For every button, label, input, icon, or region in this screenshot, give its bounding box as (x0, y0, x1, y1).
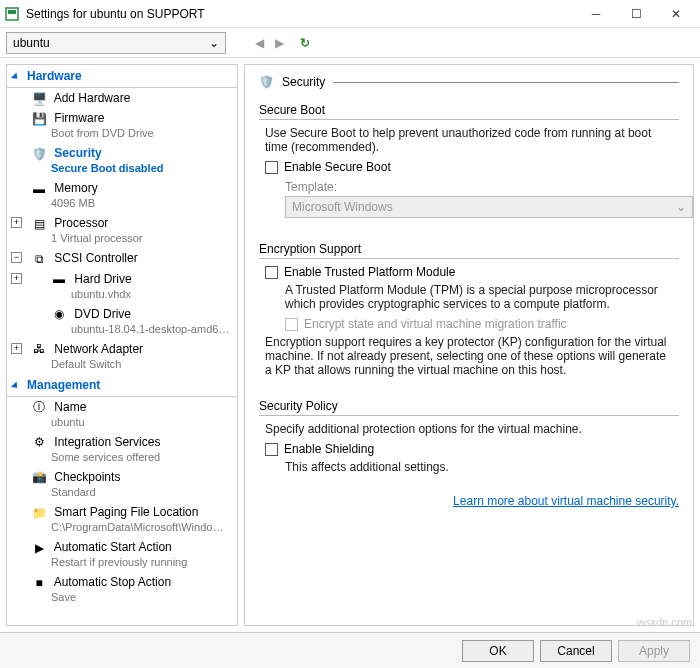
checkbox-icon (265, 266, 278, 279)
tpm-desc: A Trusted Platform Module (TPM) is a spe… (285, 283, 673, 311)
paging-icon: 📁 (31, 506, 47, 520)
settings-panel: 🛡️ Security Secure Boot Use Secure Boot … (244, 64, 694, 626)
vm-selector-value: ubuntu (13, 36, 50, 50)
expand-icon[interactable]: + (11, 273, 22, 284)
tree-network-adapter[interactable]: + 🖧 Network Adapter Default Switch (7, 339, 237, 374)
hard-drive-icon: ▬ (51, 272, 67, 286)
add-hardware-icon: 🖥️ (31, 92, 47, 106)
vm-selector[interactable]: ubuntu ⌄ (6, 32, 226, 54)
tree-auto-start[interactable]: ▶ Automatic Start Action Restart if prev… (7, 537, 237, 572)
close-button[interactable]: ✕ (656, 3, 696, 25)
section-management[interactable]: Management (7, 374, 237, 397)
template-select: Microsoft Windows ⌄ (285, 196, 693, 218)
firmware-icon: 💾 (31, 112, 47, 126)
checkbox-icon (285, 318, 298, 331)
tree-dvd-drive[interactable]: ◉ DVD Drive ubuntu-18.04.1-desktop-amd6… (7, 304, 237, 339)
panel-title: Security (282, 75, 325, 89)
checkpoints-icon: 📸 (31, 470, 47, 484)
minimize-button[interactable]: ─ (576, 3, 616, 25)
nav-back-icon[interactable]: ◀ (250, 36, 268, 50)
titlebar: Settings for ubuntu on SUPPORT ─ ☐ ✕ (0, 0, 700, 28)
enable-tpm-checkbox[interactable]: Enable Trusted Platform Module (265, 265, 673, 279)
enable-shielding-checkbox[interactable]: Enable Shielding (265, 442, 673, 456)
kp-desc: Encryption support requires a key protec… (265, 335, 673, 377)
shield-icon: 🛡️ (31, 147, 47, 161)
template-label: Template: (285, 180, 673, 194)
chevron-down-icon: ⌄ (676, 200, 686, 214)
toolbar: ubuntu ⌄ ◀ ▶ ↻ (0, 28, 700, 58)
enable-secure-boot-checkbox[interactable]: Enable Secure Boot (265, 160, 673, 174)
integration-icon: ⚙ (31, 435, 47, 449)
tree-firmware[interactable]: 💾 Firmware Boot from DVD Drive (7, 108, 237, 143)
tree-security[interactable]: 🛡️ Security Secure Boot disabled (7, 143, 237, 178)
autostop-icon: ■ (31, 576, 47, 590)
shielding-affects: This affects additional settings. (285, 460, 673, 474)
svg-rect-1 (8, 10, 16, 14)
refresh-icon[interactable]: ↻ (300, 36, 310, 50)
tree-hard-drive[interactable]: + ▬ Hard Drive ubuntu.vhdx (7, 269, 237, 304)
encrypt-state-checkbox: Encrypt state and virtual machine migrat… (285, 317, 673, 331)
scsi-icon: ⧉ (31, 252, 47, 266)
window-title: Settings for ubuntu on SUPPORT (26, 7, 576, 21)
dvd-drive-icon: ◉ (51, 307, 67, 321)
tree-memory[interactable]: ▬ Memory 4096 MB (7, 178, 237, 213)
tree-checkpoints[interactable]: 📸 Checkpoints Standard (7, 467, 237, 502)
tree-scsi[interactable]: − ⧉ SCSI Controller (7, 248, 237, 268)
expand-icon[interactable]: + (11, 217, 22, 228)
processor-icon: ▤ (31, 217, 47, 231)
expand-icon[interactable]: + (11, 343, 22, 354)
tree-name[interactable]: Ⓘ Name ubuntu (7, 397, 237, 432)
checkbox-icon (265, 161, 278, 174)
chevron-down-icon: ⌄ (209, 36, 219, 50)
tree-add-hardware[interactable]: 🖥️ Add Hardware (7, 88, 237, 108)
network-icon: 🖧 (31, 342, 47, 356)
group-policy: Security Policy (259, 399, 679, 416)
app-icon (4, 6, 20, 22)
secure-boot-desc: Use Secure Boot to help prevent unauthor… (265, 126, 673, 154)
memory-icon: ▬ (31, 182, 47, 196)
policy-desc: Specify additional protection options fo… (265, 422, 673, 436)
name-icon: Ⓘ (31, 400, 47, 414)
tree-paging-location[interactable]: 📁 Smart Paging File Location C:\ProgramD… (7, 502, 237, 537)
autostart-icon: ▶ (31, 541, 47, 555)
panel-shield-icon: 🛡️ (259, 75, 274, 89)
nav-forward-icon[interactable]: ▶ (270, 36, 288, 50)
checkbox-icon (265, 443, 278, 456)
template-value: Microsoft Windows (292, 200, 393, 214)
dialog-footer: OK Cancel Apply (0, 632, 700, 668)
learn-more-link[interactable]: Learn more about virtual machine securit… (259, 494, 679, 508)
tree-auto-stop[interactable]: ■ Automatic Stop Action Save (7, 572, 237, 607)
group-encryption: Encryption Support (259, 242, 679, 259)
tree-processor[interactable]: + ▤ Processor 1 Virtual processor (7, 213, 237, 248)
cancel-button[interactable]: Cancel (540, 640, 612, 662)
ok-button[interactable]: OK (462, 640, 534, 662)
tree-integration-services[interactable]: ⚙ Integration Services Some services off… (7, 432, 237, 467)
sidebar: Hardware 🖥️ Add Hardware 💾 Firmware Boot… (6, 64, 238, 626)
maximize-button[interactable]: ☐ (616, 3, 656, 25)
apply-button: Apply (618, 640, 690, 662)
section-hardware[interactable]: Hardware (7, 65, 237, 88)
collapse-icon[interactable]: − (11, 252, 22, 263)
divider (333, 82, 679, 83)
group-secure-boot: Secure Boot (259, 103, 679, 120)
